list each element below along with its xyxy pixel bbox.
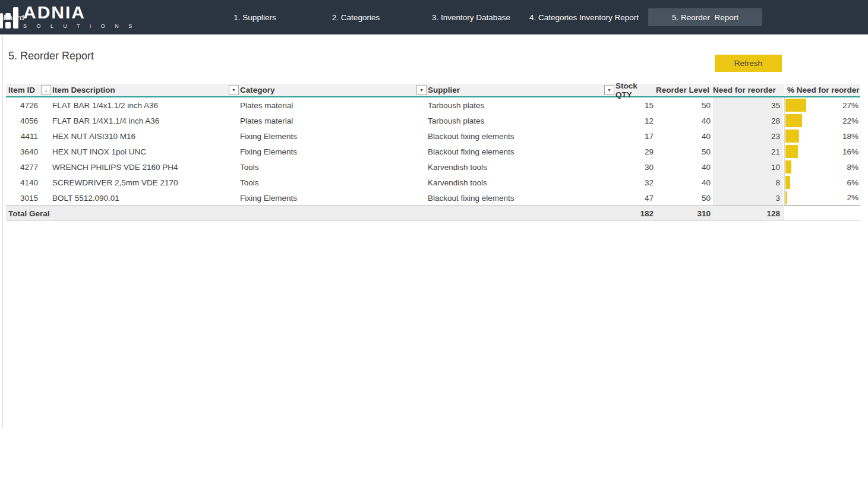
table-row: 4726FLAT BAR 1/4x1.1/2 inch A36Plates ma… — [6, 97, 860, 113]
page-title: 5. Reorder Report — [8, 50, 94, 62]
cell-need-for-reorder: 3 — [713, 190, 783, 206]
tab-categories-inventory-report[interactable]: 4. Categories Inventory Report — [529, 0, 639, 34]
sort-arrow-icon: ↓ — [45, 87, 48, 93]
cell-supplier: Blackout fixing elements — [428, 132, 616, 141]
top-navigation-bar: ADNIA S O L U T I O N S 1. Suppliers 2. … — [0, 0, 868, 34]
pct-value-label: 16% — [842, 147, 858, 156]
pct-value-label: 6% — [847, 178, 858, 187]
filter-dropdown-icon: ▼ — [232, 88, 236, 92]
col-header-supplier: Supplier — [428, 86, 460, 94]
cell-pct-need-for-reorder: 16% — [784, 144, 860, 159]
table-row: 4056FLAT BAR 1/4X1.1/4 inch A36Plates ma… — [6, 113, 860, 128]
pct-data-bar — [785, 145, 798, 158]
tab-reorder-report[interactable]: 5. Reorder Report — [648, 8, 762, 26]
cell-supplier: Tarboush plates — [428, 101, 616, 110]
cell-supplier: Tarboush plates — [428, 116, 616, 125]
col-header-stock-qty: Stock QTY — [616, 84, 656, 96]
filter-dropdown-button-supplier[interactable]: ▼ — [604, 85, 614, 95]
cell-supplier: Blackout fixing elements — [428, 147, 616, 156]
cell-item-description: WRENCH PHILIPS VDE 2160 PH4 — [52, 163, 240, 172]
cell-item-id: 4411 — [6, 132, 52, 141]
col-header-pct-need-for-reorder: % Need for reorder — [784, 84, 860, 96]
cell-category: Tools — [240, 178, 428, 187]
cell-item-id: 3640 — [6, 147, 52, 156]
refresh-button[interactable]: Refresh — [715, 55, 782, 72]
cell-item-description: HEX NUT AISI310 M16 — [52, 132, 240, 141]
sort-descending-filter-button[interactable]: ↓ — [41, 85, 51, 95]
pct-data-bar — [785, 160, 791, 173]
tab-suppliers[interactable]: 1. Suppliers — [233, 0, 276, 34]
table-header-row: Item ID ↓ Item Description ▼ Category ▼ … — [6, 84, 860, 97]
cell-item-id: 4056 — [6, 116, 52, 125]
table-row: 3640HEX NUT INOX 1pol UNCFixing Elements… — [6, 144, 860, 159]
pct-value-label: 2% — [847, 193, 858, 202]
cell-reorder-level: 40 — [656, 163, 713, 172]
pct-data-bar — [785, 99, 806, 112]
cell-item-description: FLAT BAR 1/4X1.1/4 inch A36 — [52, 116, 240, 125]
cell-item-id: 4726 — [6, 101, 52, 110]
table-row: 4411HEX NUT AISI310 M16Fixing ElementsBl… — [6, 128, 860, 144]
cell-pct-need-for-reorder: 27% — [784, 97, 860, 113]
pct-data-bar — [785, 176, 790, 189]
cell-item-description: FLAT BAR 1/4x1.1/2 inch A36 — [52, 101, 240, 110]
cell-reorder-level: 40 — [656, 116, 713, 125]
filter-dropdown-icon: ▼ — [607, 88, 611, 92]
cell-stock-qty: 29 — [616, 147, 656, 156]
pct-value-label: 22% — [842, 116, 858, 125]
total-reorder-level: 310 — [656, 209, 713, 218]
cell-pct-need-for-reorder: 18% — [784, 128, 860, 144]
cell-reorder-level: 40 — [656, 178, 713, 187]
table-row: 3015BOLT 5512.090.01Fixing ElementsBlack… — [6, 190, 860, 206]
cell-reorder-level: 50 — [656, 101, 713, 110]
cell-item-id: 4277 — [6, 163, 52, 172]
cell-need-for-reorder: 35 — [713, 97, 783, 113]
pct-value-label: 8% — [847, 163, 858, 172]
tab-inventory-database[interactable]: 3. Inventory Database — [432, 0, 510, 34]
cell-category: Fixing Elements — [240, 132, 428, 141]
filter-dropdown-button-category[interactable]: ▼ — [416, 85, 427, 95]
cell-reorder-level: 50 — [656, 194, 713, 203]
cell-reorder-level: 50 — [656, 147, 713, 156]
cell-category: Plates material — [240, 116, 428, 125]
window-edge-divider — [2, 36, 2, 428]
cell-need-for-reorder: 23 — [713, 128, 783, 144]
total-row: Total Geral 182 310 128 — [6, 206, 860, 221]
filter-dropdown-button-description[interactable]: ▼ — [229, 85, 239, 95]
cell-supplier: Blackout fixing elements — [428, 194, 616, 203]
col-header-item-description: Item Description — [52, 86, 115, 94]
pct-data-bar — [785, 130, 799, 143]
cell-category: Tools — [240, 163, 428, 172]
cell-item-id: 3015 — [6, 194, 52, 203]
col-header-need-for-reorder: Need for reorder — [713, 84, 783, 96]
table-row: 4140SCREWDRIVER 2,5mm VDE 2170ToolsKarve… — [6, 175, 860, 190]
total-need-for-reorder: 128 — [713, 206, 783, 220]
cell-reorder-level: 40 — [656, 132, 713, 141]
cell-category: Fixing Elements — [240, 194, 428, 203]
cell-category: Fixing Elements — [240, 147, 428, 156]
cell-stock-qty: 12 — [616, 116, 656, 125]
table-row: 4277WRENCH PHILIPS VDE 2160 PH4ToolsKarv… — [6, 159, 860, 175]
cell-pct-need-for-reorder: 2% — [784, 190, 860, 206]
cell-supplier: Karvendish tools — [428, 178, 616, 187]
cell-stock-qty: 30 — [616, 163, 656, 172]
cell-stock-qty: 32 — [616, 178, 656, 187]
tab-dashboard[interactable]: 6. Dashboard — [0, 0, 24, 34]
pct-data-bar — [785, 191, 787, 204]
pct-value-label: 27% — [842, 101, 858, 110]
table-body: 4726FLAT BAR 1/4x1.1/2 inch A36Plates ma… — [6, 97, 860, 206]
col-header-reorder-level: Reorder Level — [656, 84, 713, 96]
col-header-item-id: Item ID — [8, 86, 35, 94]
tab-categories[interactable]: 2. Categories — [332, 0, 380, 34]
cell-pct-need-for-reorder: 6% — [784, 175, 860, 190]
pct-data-bar — [785, 114, 802, 127]
cell-item-description: HEX NUT INOX 1pol UNC — [52, 147, 240, 156]
brand-name: ADNIA — [23, 4, 136, 21]
cell-need-for-reorder: 28 — [713, 113, 783, 128]
cell-pct-need-for-reorder: 8% — [784, 159, 860, 175]
cell-need-for-reorder: 21 — [713, 144, 783, 159]
pct-value-label: 18% — [842, 132, 858, 141]
cell-need-for-reorder: 8 — [713, 175, 783, 190]
cell-stock-qty: 15 — [616, 101, 656, 110]
filter-dropdown-icon: ▼ — [419, 88, 424, 92]
brand-subtitle: S O L U T I O N S — [23, 23, 136, 29]
